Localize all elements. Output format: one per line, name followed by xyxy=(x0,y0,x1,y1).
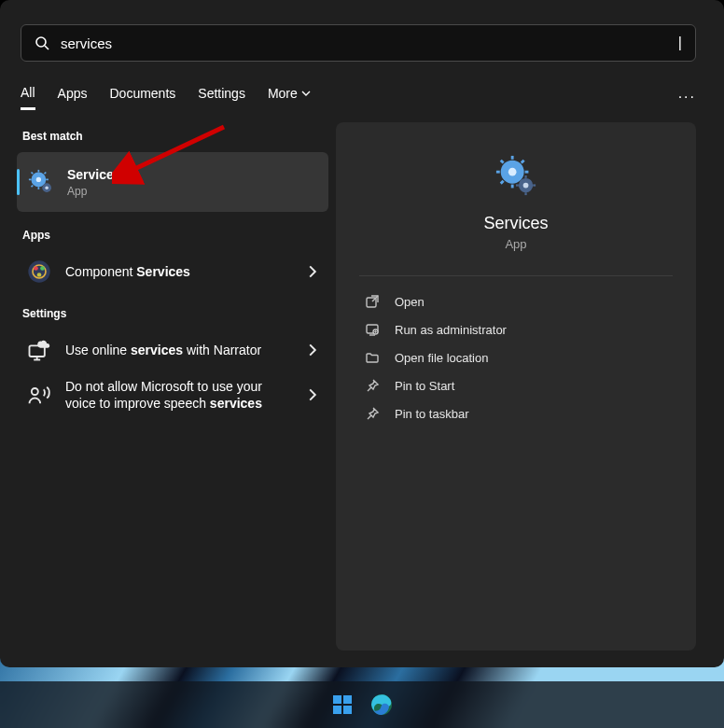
open-icon xyxy=(365,294,380,309)
tab-all[interactable]: All xyxy=(21,85,35,110)
shield-icon xyxy=(365,322,380,337)
search-icon xyxy=(35,35,49,50)
voice-person-icon xyxy=(26,382,52,408)
preview-actions: Open Run as administrator Open file loca… xyxy=(359,287,673,427)
chevron-right-icon xyxy=(306,343,319,357)
svg-point-18 xyxy=(37,273,42,277)
preview-title: Services xyxy=(483,214,548,233)
action-open[interactable]: Open xyxy=(359,287,673,315)
action-run-admin[interactable]: Run as administrator xyxy=(359,315,673,343)
search-input[interactable] xyxy=(61,35,676,51)
svg-rect-45 xyxy=(333,706,341,714)
svg-rect-43 xyxy=(333,695,341,704)
result-component-services[interactable]: Component Services xyxy=(17,251,328,292)
svg-point-16 xyxy=(34,266,38,271)
svg-point-34 xyxy=(523,183,529,189)
chevron-down-icon xyxy=(301,89,311,98)
svg-line-8 xyxy=(32,173,34,175)
svg-line-32 xyxy=(501,181,504,184)
tab-settings[interactable]: Settings xyxy=(198,86,245,108)
result-speech-services[interactable]: Do not allow Microsoft to use your voice… xyxy=(17,371,328,419)
preview-pane: Services App Open Run as administrator O… xyxy=(336,122,696,651)
svg-point-0 xyxy=(36,37,46,47)
taskbar xyxy=(0,681,724,728)
section-best-match: Best match xyxy=(17,122,328,152)
action-label: Pin to taskbar xyxy=(395,407,469,421)
svg-rect-44 xyxy=(343,695,352,704)
svg-point-3 xyxy=(36,177,41,182)
action-label: Pin to Start xyxy=(395,379,454,393)
svg-line-11 xyxy=(32,186,34,188)
overflow-menu-button[interactable]: ··· xyxy=(678,89,696,105)
result-narrator-services[interactable]: Use online services with Narrator xyxy=(17,329,328,371)
result-title: Component Services xyxy=(65,263,306,280)
folder-icon xyxy=(365,350,380,365)
tab-more[interactable]: More xyxy=(268,86,311,108)
start-button[interactable] xyxy=(329,692,355,718)
result-title: Services xyxy=(67,166,319,183)
chevron-right-icon xyxy=(306,265,319,278)
gear-icon xyxy=(28,169,54,195)
section-apps: Apps xyxy=(17,221,328,251)
action-open-location[interactable]: Open file location xyxy=(359,343,673,371)
gear-icon xyxy=(494,154,537,197)
divider xyxy=(359,275,673,276)
action-label: Open xyxy=(395,295,425,309)
result-title: Use online services with Narrator xyxy=(65,342,306,358)
svg-point-17 xyxy=(40,266,45,271)
svg-line-29 xyxy=(501,161,504,163)
svg-line-31 xyxy=(522,161,524,163)
svg-rect-46 xyxy=(343,706,352,714)
svg-point-14 xyxy=(28,260,49,282)
result-services-app[interactable]: Services App xyxy=(17,152,328,212)
result-title: Do not allow Microsoft to use your voice… xyxy=(65,378,271,412)
text-cursor: | xyxy=(678,35,682,51)
svg-point-22 xyxy=(32,388,38,395)
action-label: Run as administrator xyxy=(395,323,507,337)
action-pin-taskbar[interactable]: Pin to taskbar xyxy=(359,399,673,427)
svg-point-24 xyxy=(508,168,517,176)
action-pin-start[interactable]: Pin to Start xyxy=(359,371,673,399)
tab-documents[interactable]: Documents xyxy=(109,86,175,108)
action-label: Open file location xyxy=(395,351,488,365)
section-settings: Settings xyxy=(17,300,328,329)
search-box[interactable]: | xyxy=(21,24,696,62)
svg-line-1 xyxy=(45,46,49,49)
svg-line-10 xyxy=(45,173,47,175)
result-subtitle: App xyxy=(67,184,319,199)
start-search-panel: | All Apps Documents Settings More ··· B… xyxy=(0,0,724,667)
component-services-icon xyxy=(26,259,52,285)
svg-point-13 xyxy=(45,186,49,189)
tab-apps[interactable]: Apps xyxy=(58,86,88,108)
monitor-cloud-icon xyxy=(26,337,52,363)
edge-browser-button[interactable] xyxy=(369,692,395,718)
results-list: Best match Services App Apps Component S… xyxy=(17,122,328,651)
pin-icon xyxy=(365,378,380,393)
pin-icon xyxy=(365,406,380,421)
preview-subtitle: App xyxy=(505,237,526,251)
filter-tabs: All Apps Documents Settings More ··· xyxy=(21,82,696,112)
chevron-right-icon xyxy=(306,388,319,401)
